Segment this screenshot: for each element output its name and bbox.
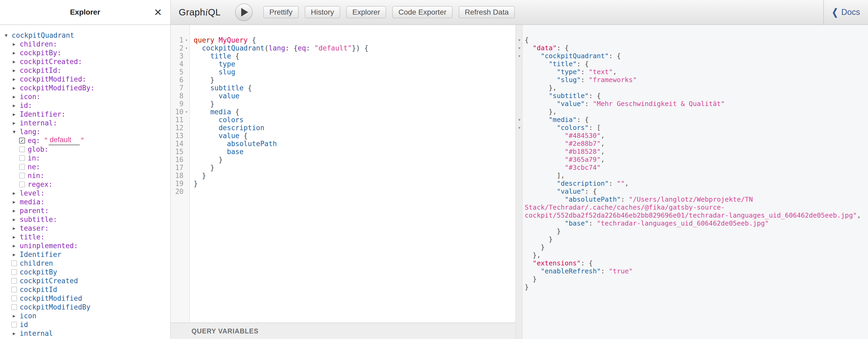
fold-arrow-icon[interactable]: ▾ <box>517 125 522 130</box>
explorer-tree-item-cockpitBy[interactable]: ▶cockpitBy: <box>0 48 170 57</box>
code-line[interactable]: type <box>194 60 516 68</box>
checkbox[interactable] <box>19 181 25 187</box>
explorer-tree-item-parent[interactable]: ▶parent: <box>0 206 170 215</box>
explorer-tree-item-cockpitModified[interactable]: ▶cockpitModified: <box>0 75 170 83</box>
caret-right-icon[interactable]: ▶ <box>13 331 20 336</box>
code-line[interactable]: base <box>194 148 516 156</box>
explorer-tree-item-teaser[interactable]: ▶teaser: <box>0 224 170 233</box>
fold-arrow-icon[interactable]: ▾ <box>517 54 522 59</box>
explorer-tree-item-nin[interactable]: nin: <box>0 171 170 180</box>
toolbar-button-refresh-data[interactable]: Refresh Data <box>459 6 515 18</box>
query-variables-bar[interactable]: QUERY VARIABLES <box>171 323 516 339</box>
query-editor[interactable]: 1▾2▾345678910▾11121314151617181920 query… <box>171 25 516 323</box>
code-line[interactable]: query MyQuery { <box>194 36 516 44</box>
caret-down-icon[interactable]: ▼ <box>13 129 20 134</box>
explorer-tree-item-cockpitId[interactable]: cockpitId <box>0 285 170 294</box>
code-line[interactable]: absolutePath <box>194 140 516 148</box>
explorer-tree-item-regex[interactable]: regex: <box>0 180 170 189</box>
caret-right-icon[interactable]: ▶ <box>13 94 20 99</box>
caret-right-icon[interactable]: ▶ <box>13 85 20 91</box>
execute-query-button[interactable] <box>235 3 253 21</box>
explorer-tree-item-id[interactable]: id <box>0 320 170 329</box>
explorer-tree-item-icon[interactable]: ▶icon: <box>0 92 170 101</box>
explorer-tree-item-cockpitModifiedBy[interactable]: ▶cockpitModifiedBy: <box>0 83 170 92</box>
caret-right-icon[interactable]: ▶ <box>13 191 20 196</box>
caret-right-icon[interactable]: ▶ <box>13 226 20 231</box>
fold-arrow-icon[interactable]: ▾ <box>517 46 522 50</box>
toolbar-button-history[interactable]: History <box>305 6 340 18</box>
caret-right-icon[interactable]: ▶ <box>13 217 20 222</box>
code-line[interactable]: colors <box>194 116 516 124</box>
code-line[interactable]: media { <box>194 108 516 116</box>
caret-right-icon[interactable]: ▶ <box>13 243 20 248</box>
code-line[interactable]: } <box>194 179 516 188</box>
caret-right-icon[interactable]: ▶ <box>13 313 20 318</box>
explorer-tree-item-lang[interactable]: ▼lang: <box>0 127 170 136</box>
explorer-tree-item-cockpitId[interactable]: ▶cockpitId: <box>0 66 170 75</box>
explorer-tree-item-lang[interactable]: lang <box>0 338 170 339</box>
fold-arrow-icon[interactable]: ▾ <box>517 38 522 42</box>
explorer-tree-item-eq[interactable]: ✓eq:"default" <box>0 136 170 145</box>
explorer-tree-item-media[interactable]: ▶media: <box>0 197 170 206</box>
checkbox[interactable] <box>11 269 17 275</box>
explorer-tree-item-glob[interactable]: glob: <box>0 145 170 154</box>
code-line[interactable] <box>194 188 516 196</box>
code-line[interactable]: } <box>194 76 516 84</box>
checkbox[interactable] <box>19 173 25 178</box>
caret-right-icon[interactable]: ▶ <box>13 76 20 82</box>
code-line[interactable]: cockpitQuadrant(lang: {eq: "default"}) { <box>194 44 516 52</box>
explorer-tree-item-internal[interactable]: ▶internal <box>0 329 170 338</box>
explorer-tree-item-cockpitBy[interactable]: cockpitBy <box>0 268 170 276</box>
caret-right-icon[interactable]: ▶ <box>13 199 20 205</box>
checkbox[interactable]: ✓ <box>19 138 25 143</box>
caret-right-icon[interactable]: ▶ <box>13 121 20 126</box>
query-variables-title[interactable]: QUERY VARIABLES <box>191 327 258 335</box>
code-line[interactable]: value <box>194 92 516 100</box>
explorer-tree-item-children[interactable]: ▶children: <box>0 40 170 48</box>
checkbox[interactable] <box>11 287 17 293</box>
caret-down-icon[interactable]: ▼ <box>5 33 12 38</box>
explorer-tree-item-subtitle[interactable]: ▶subtitle: <box>0 215 170 224</box>
code-line[interactable]: description <box>194 124 516 132</box>
explorer-tree-item-id[interactable]: ▶id: <box>0 101 170 110</box>
explorer-tree-item-cockpitCreated[interactable]: ▶cockpitCreated: <box>0 57 170 66</box>
caret-right-icon[interactable]: ▶ <box>13 111 20 117</box>
code-line[interactable]: } <box>194 156 516 164</box>
caret-right-icon[interactable]: ▶ <box>13 103 20 108</box>
explorer-tree-item-uninplemented[interactable]: ▶uninplemented: <box>0 241 170 250</box>
explorer-tree-item-Identifier[interactable]: ▶Identifier: <box>0 110 170 118</box>
checkbox[interactable] <box>19 155 25 161</box>
explorer-tree-item-in[interactable]: in: <box>0 154 170 162</box>
docs-toggle[interactable]: ❮ Docs <box>823 0 868 25</box>
fold-arrow-icon[interactable]: ▾ <box>517 117 522 122</box>
checkbox[interactable] <box>11 304 17 310</box>
code-line[interactable]: slug <box>194 68 516 76</box>
explorer-tree-item-cockpitModifiedBy[interactable]: cockpitModifiedBy <box>0 303 170 311</box>
caret-right-icon[interactable]: ▶ <box>13 50 20 56</box>
checkbox[interactable] <box>19 146 25 152</box>
explorer-tree-item-ne[interactable]: ne: <box>0 162 170 171</box>
explorer-tree-item-title[interactable]: ▶title: <box>0 233 170 241</box>
caret-right-icon[interactable]: ▶ <box>13 234 20 240</box>
code-line[interactable]: } <box>194 172 516 179</box>
caret-right-icon[interactable]: ▶ <box>13 41 20 47</box>
toolbar-button-explorer[interactable]: Explorer <box>346 6 386 18</box>
checkbox[interactable] <box>11 296 17 301</box>
explorer-tree-item-children[interactable]: children <box>0 259 170 268</box>
toolbar-button-code-exporter[interactable]: Code Exporter <box>392 6 453 18</box>
code-line[interactable]: } <box>194 100 516 108</box>
explorer-tree-item-cockpitQuadrant[interactable]: ▼cockpitQuadrant <box>0 31 170 40</box>
caret-right-icon[interactable]: ▶ <box>13 68 20 73</box>
explorer-tree-item-cockpitModified[interactable]: cockpitModified <box>0 294 170 303</box>
fold-arrow-icon[interactable]: ▾ <box>184 109 189 114</box>
close-icon[interactable]: × <box>154 6 162 19</box>
checkbox[interactable] <box>11 322 17 328</box>
caret-right-icon[interactable]: ▶ <box>13 59 20 64</box>
checkbox[interactable] <box>11 278 17 284</box>
explorer-tree-item-Identifier[interactable]: ▶Identifier <box>0 250 170 259</box>
caret-right-icon[interactable]: ▶ <box>13 252 20 257</box>
result-json[interactable]: { "data": { "cockpitQuadrant": { "title"… <box>523 25 868 291</box>
code-line[interactable]: } <box>194 164 516 172</box>
arg-value-input[interactable]: default <box>49 136 80 145</box>
caret-right-icon[interactable]: ▶ <box>13 208 20 213</box>
